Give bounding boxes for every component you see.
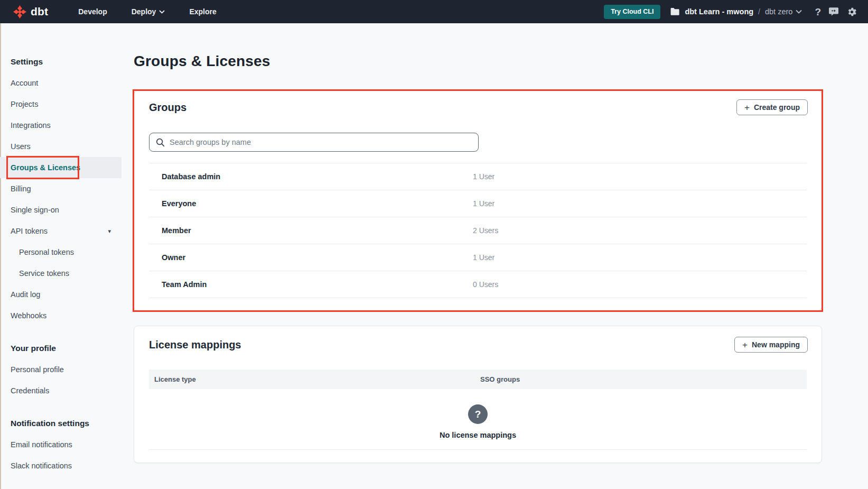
sidebar-item-email-notifications[interactable]: Email notifications [0, 434, 122, 455]
sidebar-item-label: Personal profile [11, 365, 64, 374]
group-row-database-admin[interactable]: Database admin 1 User [149, 163, 807, 190]
search-groups-input[interactable] [170, 138, 472, 146]
sidebar-item-webhooks[interactable]: Webhooks [0, 305, 122, 326]
sidebar-item-projects[interactable]: Projects [0, 94, 122, 115]
sidebar-item-integrations[interactable]: Integrations [0, 115, 122, 136]
sidebar-item-credentials[interactable]: Credentials [0, 380, 122, 401]
sidebar-item-audit-log[interactable]: Audit log [0, 284, 122, 305]
group-user-count: 1 User [473, 199, 494, 208]
groups-list: Database admin 1 User Everyone 1 User Me… [149, 163, 807, 298]
license-empty-state: ? No license mappings [134, 389, 822, 439]
groups-card: Groups + Create group Database admin 1 U… [134, 90, 822, 311]
try-cloud-cli-button[interactable]: Try Cloud CLI [604, 5, 660, 19]
nav-explore-label: Explore [189, 7, 216, 16]
sidebar-item-label: Audit log [11, 290, 40, 299]
main-content: Groups & Licenses Groups + Create group … [122, 23, 868, 489]
sidebar-item-label: API tokens [11, 227, 48, 235]
folder-icon [670, 7, 680, 16]
nav-deploy[interactable]: Deploy [119, 0, 178, 23]
nav-explore[interactable]: Explore [177, 0, 228, 23]
group-name: Everyone [149, 199, 473, 208]
group-row-member[interactable]: Member 2 Users [149, 217, 807, 244]
sidebar-item-label: Webhooks [11, 311, 46, 320]
license-table-header: License type SSO groups [149, 370, 807, 389]
settings-sidebar: Settings Account Projects Integrations U… [0, 23, 122, 489]
sidebar-item-personal-tokens[interactable]: Personal tokens [0, 242, 122, 263]
sidebar-item-label: Single sign-on [11, 206, 59, 214]
group-name: Member [149, 226, 473, 235]
group-user-count: 2 Users [473, 226, 498, 235]
nav-deploy-label: Deploy [132, 7, 156, 16]
plus-icon: + [742, 340, 748, 349]
page-title: Groups & Licenses [134, 53, 868, 70]
nav-develop-label: Develop [78, 7, 107, 16]
group-user-count: 0 Users [473, 280, 498, 289]
sidebar-item-service-tokens[interactable]: Service tokens [0, 263, 122, 284]
account-name[interactable]: dbt Learn - mwong [685, 7, 753, 16]
sidebar-item-label: Slack notifications [11, 462, 72, 470]
group-name: Owner [149, 253, 473, 262]
create-group-button[interactable]: + Create group [736, 99, 808, 115]
search-icon [156, 138, 165, 147]
sidebar-item-single-sign-on[interactable]: Single sign-on [0, 199, 122, 220]
top-navbar: dbt Develop Deploy Explore Try Cloud CLI… [0, 0, 868, 23]
new-mapping-label: New mapping [752, 340, 800, 349]
groups-section-title: Groups [149, 102, 186, 114]
nav-develop[interactable]: Develop [66, 0, 119, 23]
sidebar-section-settings: Settings [0, 51, 122, 72]
gear-icon[interactable] [846, 6, 857, 17]
feedback-icon[interactable] [828, 7, 839, 16]
chevron-down-icon [796, 10, 802, 14]
group-user-count: 1 User [473, 172, 494, 181]
main-nav: Develop Deploy Explore [66, 0, 229, 23]
license-mappings-title: License mappings [149, 339, 241, 351]
sidebar-item-label: Account [11, 79, 38, 87]
breadcrumb-separator: / [758, 7, 760, 16]
group-search [149, 133, 479, 152]
group-row-team-admin[interactable]: Team Admin 0 Users [149, 271, 807, 298]
sidebar-item-label: Credentials [11, 386, 49, 395]
sidebar-item-label: Email notifications [11, 440, 72, 449]
create-group-label: Create group [754, 103, 800, 112]
group-user-count: 1 User [473, 253, 494, 262]
sidebar-item-groups-licenses[interactable]: Groups & Licenses [0, 157, 122, 178]
project-name: dbt zero [765, 7, 792, 16]
license-mappings-card: License mappings + New mapping License t… [134, 326, 822, 463]
sidebar-item-label: Billing [11, 184, 31, 193]
sidebar-item-label: Users [11, 142, 31, 151]
sidebar-item-label: Groups & Licenses [11, 163, 80, 172]
sidebar-item-label: Personal tokens [19, 248, 74, 256]
sidebar-item-label: Projects [11, 100, 38, 108]
sidebar-item-billing[interactable]: Billing [0, 178, 122, 199]
sidebar-item-account[interactable]: Account [0, 72, 122, 94]
empty-state-text: No license mappings [440, 431, 516, 439]
group-name: Database admin [149, 172, 473, 181]
group-row-owner[interactable]: Owner 1 User [149, 244, 807, 271]
sidebar-section-notification-settings: Notification settings [0, 413, 122, 434]
sidebar-item-label: Service tokens [19, 269, 69, 278]
new-mapping-button[interactable]: + New mapping [734, 337, 808, 353]
dbt-logo-text: dbt [31, 5, 48, 18]
help-icon[interactable]: ? [815, 7, 821, 17]
chevron-down-icon [159, 10, 165, 14]
sidebar-item-personal-profile[interactable]: Personal profile [0, 359, 122, 380]
plus-icon: + [744, 103, 750, 112]
question-circle-icon: ? [468, 404, 488, 424]
group-name: Team Admin [149, 280, 473, 289]
sidebar-item-users[interactable]: Users [0, 136, 122, 157]
sidebar-item-label: Integrations [11, 121, 51, 130]
sidebar-item-slack-notifications[interactable]: Slack notifications [0, 455, 122, 476]
caret-down-icon: ▾ [108, 228, 111, 235]
group-row-everyone[interactable]: Everyone 1 User [149, 190, 807, 217]
column-license-type: License type [149, 375, 480, 383]
dbt-logo-icon [13, 5, 27, 19]
sidebar-section-your-profile: Your profile [0, 338, 122, 359]
account-breadcrumb: dbt Learn - mwong / dbt zero [670, 7, 802, 16]
project-selector[interactable]: dbt zero [765, 7, 802, 16]
dbt-logo[interactable]: dbt [13, 5, 48, 19]
sidebar-item-api-tokens[interactable]: API tokens ▾ [0, 220, 122, 242]
column-sso-groups: SSO groups [480, 375, 520, 383]
table-bottom-divider [149, 449, 807, 450]
